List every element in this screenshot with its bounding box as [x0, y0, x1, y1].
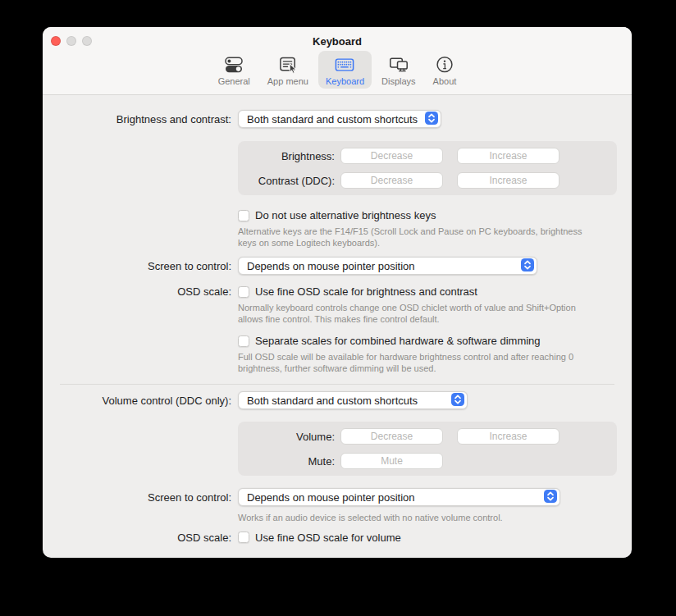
brightness-row-label: Brightness:	[238, 150, 335, 162]
titlebar: Keyboard General	[43, 27, 632, 95]
tab-general[interactable]: General	[211, 51, 258, 89]
separate-scales-checkbox[interactable]	[238, 335, 249, 347]
keyboard-icon	[334, 54, 355, 75]
contrast-row-label: Contrast (DDC):	[238, 175, 335, 187]
separate-scales-help: Full OSD scale will be available for har…	[238, 352, 573, 374]
dropdown-value: Both standard and custom shortcuts	[247, 395, 418, 407]
mute-button[interactable]: Mute	[340, 453, 443, 469]
info-icon	[434, 54, 455, 75]
volume-shortcuts-dropdown[interactable]: Both standard and custom shortcuts	[238, 391, 468, 409]
popup-stepper-icon	[420, 112, 438, 127]
contrast-decrease-button[interactable]: Decrease	[340, 172, 443, 189]
mute-row-label: Mute:	[238, 455, 335, 468]
displays-icon	[388, 54, 409, 75]
section-divider	[60, 384, 614, 385]
toolbar-tabs: General App menu	[43, 51, 632, 89]
alt-brightness-keys-label: Do not use alternative brightness keys	[255, 209, 436, 221]
brightness-decrease-button[interactable]: Decrease	[340, 148, 443, 164]
osd-scale-label: OSD scale:	[43, 285, 231, 298]
volume-shortcut-row: Volume: Decrease Increase	[238, 428, 617, 445]
osd-scale-label: OSD scale:	[43, 532, 231, 544]
brightness-contrast-label: Brightness and contrast:	[43, 113, 231, 125]
brightness-shortcut-row: Brightness: Decrease Increase	[238, 148, 617, 164]
tab-label: General	[218, 76, 250, 86]
fine-osd-brightness-label: Use fine OSD scale for brightness and co…	[255, 285, 477, 298]
preferences-window: Keyboard General	[43, 27, 632, 558]
tab-label: Keyboard	[326, 76, 364, 86]
tab-label: App menu	[267, 76, 308, 86]
mute-shortcut-row: Mute: Mute	[238, 453, 617, 469]
tab-keyboard[interactable]: Keyboard	[318, 51, 372, 89]
contrast-shortcut-row: Contrast (DDC): Decrease Increase	[238, 172, 617, 189]
volume-decrease-button[interactable]: Decrease	[340, 428, 443, 445]
volume-screen-dropdown[interactable]: Depends on mouse pointer position	[238, 488, 560, 506]
fine-osd-help: Normally keyboard controls change one OS…	[238, 303, 576, 325]
volume-shortcut-recorder-group: Volume: Decrease Increase Mute: Mute	[238, 422, 617, 476]
dropdown-value: Depends on mouse pointer position	[247, 260, 415, 272]
brightness-increase-button[interactable]: Increase	[457, 148, 560, 164]
volume-control-label: Volume control (DDC only):	[43, 395, 231, 407]
brightness-screen-dropdown[interactable]: Depends on mouse pointer position	[238, 257, 537, 275]
document-cursor-icon	[277, 54, 299, 75]
window-title: Keyboard	[43, 35, 632, 48]
alt-brightness-keys-checkbox[interactable]	[238, 210, 249, 221]
popup-stepper-icon	[446, 393, 464, 408]
tab-displays[interactable]: Displays	[374, 51, 423, 89]
tab-label: Displays	[381, 76, 416, 86]
tab-app-menu[interactable]: App menu	[260, 51, 316, 89]
contrast-increase-button[interactable]: Increase	[457, 172, 560, 189]
fine-osd-brightness-checkbox[interactable]	[238, 286, 249, 298]
fine-osd-volume-checkbox[interactable]	[238, 532, 249, 543]
popup-stepper-icon	[539, 490, 557, 505]
dropdown-value: Depends on mouse pointer position	[247, 491, 415, 504]
screen-to-control-label: Screen to control:	[43, 260, 231, 272]
tab-label: About	[433, 76, 457, 86]
toggles-icon	[223, 54, 244, 75]
popup-stepper-icon	[516, 258, 534, 274]
brightness-shortcut-recorder-group: Brightness: Decrease Increase Contrast (…	[238, 141, 617, 195]
screen-to-control-label: Screen to control:	[43, 491, 231, 504]
fine-osd-volume-label: Use fine OSD scale for volume	[255, 532, 401, 544]
tab-about[interactable]: About	[426, 51, 464, 89]
dropdown-value: Both standard and custom shortcuts	[247, 113, 418, 125]
volume-screen-help: Works if an audio device is selected wit…	[238, 513, 503, 524]
separate-scales-label: Separate scales for combined hardware & …	[255, 335, 541, 347]
brightness-shortcuts-dropdown[interactable]: Both standard and custom shortcuts	[238, 110, 441, 128]
volume-increase-button[interactable]: Increase	[457, 428, 560, 445]
volume-row-label: Volume:	[238, 431, 335, 443]
keyboard-pane: Brightness and contrast: Both standard a…	[43, 95, 632, 544]
alt-brightness-keys-help: Alternative keys are the F14/F15 (Scroll…	[238, 226, 582, 249]
